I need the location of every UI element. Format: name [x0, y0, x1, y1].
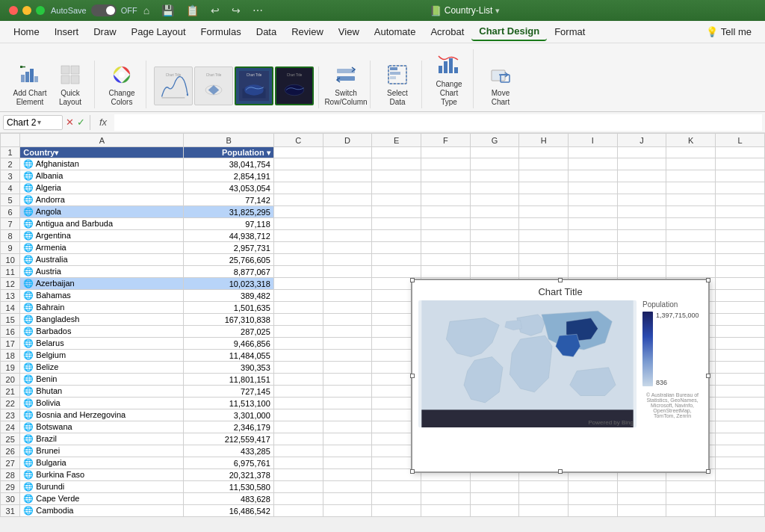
menu-format[interactable]: Format — [547, 23, 592, 40]
redo-icon[interactable]: ↪ — [232, 4, 241, 16]
cell-b9[interactable]: 2,957,731 — [184, 242, 273, 254]
cell-a15[interactable]: 🌐 Bangladesh — [20, 314, 184, 326]
cell-D24[interactable] — [323, 421, 372, 433]
cell-b21[interactable]: 727,145 — [184, 386, 273, 398]
cell-C30[interactable] — [273, 493, 323, 505]
cell-D7[interactable] — [323, 218, 372, 230]
cell-J4[interactable] — [617, 182, 666, 194]
cell-a23[interactable]: 🌐 Bosnia and Herzegovina — [20, 409, 184, 421]
cell-K5[interactable] — [666, 194, 716, 206]
cell-G3[interactable] — [470, 170, 519, 182]
cell-H2[interactable] — [519, 158, 569, 170]
cell-H5[interactable] — [519, 194, 569, 206]
cell-b14[interactable]: 1,501,635 — [184, 302, 273, 314]
cell-b22[interactable]: 11,513,100 — [184, 398, 273, 409]
cell-G11[interactable] — [470, 266, 519, 278]
cell-L8[interactable] — [716, 230, 765, 242]
cell-b8[interactable]: 44,938,712 — [184, 230, 273, 242]
cell-L29[interactable] — [716, 481, 765, 493]
cell-I4[interactable] — [569, 182, 618, 194]
cell-I10[interactable] — [569, 254, 618, 266]
cell-I3[interactable] — [569, 170, 618, 182]
cell-L17[interactable] — [716, 338, 765, 350]
cell-l1[interactable] — [716, 147, 765, 158]
cell-h1[interactable] — [519, 147, 569, 158]
cell-K29[interactable] — [666, 481, 716, 493]
cell-F5[interactable] — [421, 194, 470, 206]
resize-handle-tm[interactable] — [558, 278, 563, 282]
chart-style-3[interactable]: Chart Title — [235, 66, 273, 105]
more-icon[interactable]: ⋯ — [253, 4, 263, 16]
cell-C24[interactable] — [273, 421, 323, 433]
move-chart-button[interactable]: MoveChart — [481, 61, 520, 108]
cell-a6[interactable]: 🌐 Angola — [20, 206, 184, 218]
cell-D11[interactable] — [323, 266, 372, 278]
cell-G10[interactable] — [470, 254, 519, 266]
cell-L6[interactable] — [716, 206, 765, 218]
cell-a18[interactable]: 🌐 Belgium — [20, 350, 184, 362]
cell-D19[interactable] — [323, 362, 372, 374]
cell-L13[interactable] — [716, 290, 765, 302]
col-header-h[interactable]: H — [519, 134, 569, 147]
cell-H10[interactable] — [519, 254, 569, 266]
cell-C9[interactable] — [273, 242, 323, 254]
cell-a21[interactable]: 🌐 Bhutan — [20, 386, 184, 398]
cell-D15[interactable] — [323, 314, 372, 326]
cell-L4[interactable] — [716, 182, 765, 194]
cell-a2[interactable]: 🌐 Afghanistan — [20, 158, 184, 170]
cell-a26[interactable]: 🌐 Brunei — [20, 445, 184, 457]
cell-C3[interactable] — [273, 170, 323, 182]
cell-b12[interactable]: 10,023,318 — [184, 278, 273, 290]
cell-L27[interactable] — [716, 457, 765, 469]
cell-D26[interactable] — [323, 445, 372, 457]
cell-D13[interactable] — [323, 290, 372, 302]
cell-L10[interactable] — [716, 254, 765, 266]
cell-D18[interactable] — [323, 350, 372, 362]
cell-b27[interactable]: 6,975,761 — [184, 457, 273, 469]
cell-D29[interactable] — [323, 481, 372, 493]
save-icon[interactable]: 💾 — [161, 4, 174, 16]
cell-I30[interactable] — [569, 493, 618, 505]
cell-D30[interactable] — [323, 493, 372, 505]
close-button[interactable] — [9, 6, 18, 15]
cell-F7[interactable] — [421, 218, 470, 230]
cell-F10[interactable] — [421, 254, 470, 266]
cell-L26[interactable] — [716, 445, 765, 457]
cell-F3[interactable] — [421, 170, 470, 182]
cell-H8[interactable] — [519, 230, 569, 242]
menu-insert[interactable]: Insert — [47, 23, 87, 40]
cell-b10[interactable]: 25,766,605 — [184, 254, 273, 266]
col-header-a[interactable]: A — [20, 134, 184, 147]
cell-C11[interactable] — [273, 266, 323, 278]
cell-G9[interactable] — [470, 242, 519, 254]
cell-C15[interactable] — [273, 314, 323, 326]
cell-K10[interactable] — [666, 254, 716, 266]
menu-view[interactable]: View — [331, 23, 367, 40]
cell-H11[interactable] — [519, 266, 569, 278]
cell-a10[interactable]: 🌐 Australia — [20, 254, 184, 266]
cell-E2[interactable] — [372, 158, 421, 170]
cell-K30[interactable] — [666, 493, 716, 505]
cell-J9[interactable] — [617, 242, 666, 254]
menu-draw[interactable]: Draw — [86, 23, 123, 40]
cell-D4[interactable] — [323, 182, 372, 194]
cell-D23[interactable] — [323, 409, 372, 421]
cell-J6[interactable] — [617, 206, 666, 218]
cell-k1[interactable] — [666, 147, 716, 158]
cell-L11[interactable] — [716, 266, 765, 278]
quick-layout-button[interactable]: QuickLayout — [51, 61, 90, 108]
cell-C6[interactable] — [273, 206, 323, 218]
cell-J10[interactable] — [617, 254, 666, 266]
cell-a24[interactable]: 🌐 Botswana — [20, 421, 184, 433]
cell-K31[interactable] — [666, 505, 716, 517]
cell-F11[interactable] — [421, 266, 470, 278]
cancel-formula-icon[interactable]: ✕ — [66, 117, 74, 128]
cell-J29[interactable] — [617, 481, 666, 493]
cell-C29[interactable] — [273, 481, 323, 493]
cell-b3[interactable]: 2,854,191 — [184, 170, 273, 182]
cell-L18[interactable] — [716, 350, 765, 362]
cell-a22[interactable]: 🌐 Bolivia — [20, 398, 184, 409]
cell-b23[interactable]: 3,301,000 — [184, 409, 273, 421]
autosave-toggle[interactable] — [91, 4, 117, 16]
cell-L7[interactable] — [716, 218, 765, 230]
